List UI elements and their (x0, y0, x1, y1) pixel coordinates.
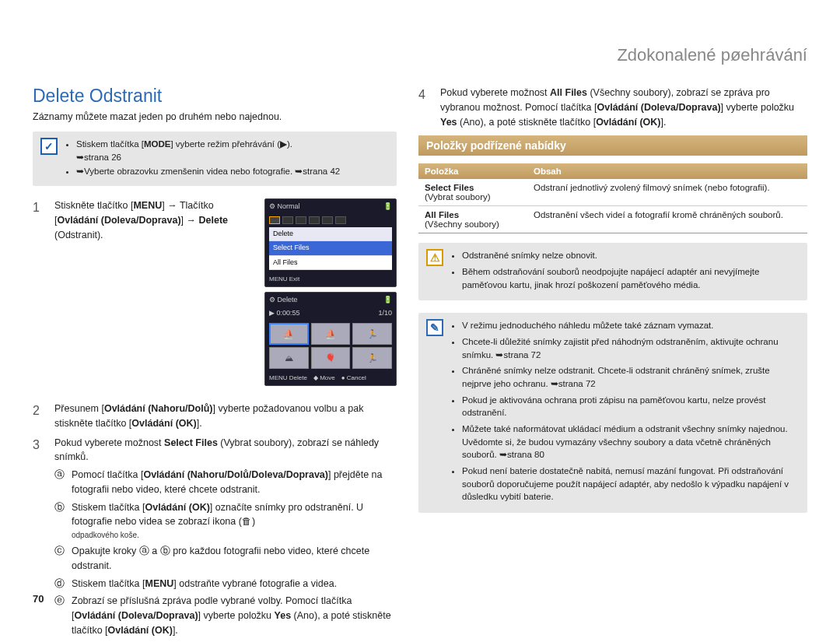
substep-d: ⓓ (54, 577, 67, 591)
check-icon: ✓ (40, 138, 58, 155)
substep-e: ⓔ (54, 594, 67, 637)
step-4: 4 Pokud vyberete možnost All Files (Všec… (418, 86, 807, 129)
intro-text: Záznamy můžete mazat jeden po druhém neb… (33, 111, 397, 122)
step-3: 3 Pokud vyberete možnost Select Files (V… (33, 436, 397, 638)
lcd-screenshot-menu: ⚙ Normal🔋 Delete Select Files All Files … (264, 198, 397, 287)
page-number: 70 (33, 593, 44, 605)
content-columns: Delete Odstranit Záznamy můžete mazat je… (33, 86, 807, 615)
tip-text: Stiskem tlačítka [MODE] vyberte režim př… (65, 138, 340, 180)
right-column: 4 Pokud vyberete možnost All Files (Všec… (418, 86, 807, 615)
step-1: 1 ⚙ Normal🔋 Delete Select Files All File… (33, 198, 397, 397)
substep-a: ⓐ (54, 468, 67, 497)
lcd-screenshot-thumbs: ⚙ Delete🔋 ▶ 0:00:551/10 ⛵⛵🏃 ⛰🎈🏃 MENU Del… (264, 292, 397, 386)
step-number: 1 (33, 198, 47, 397)
info-icon: ✎ (426, 319, 443, 336)
warning-icon: ⚠ (426, 249, 443, 266)
manual-page: Zdokonalené pøehrávání Delete Odstranit … (0, 0, 840, 642)
info-box: ✎ V režimu jednoduchého náhledu můžete t… (418, 313, 807, 513)
submenu-table: Položka Obsah Select Files(Vybrat soubor… (418, 163, 807, 233)
section-title: Delete Odstranit (33, 86, 397, 107)
table-header: Obsah (527, 163, 807, 179)
table-row: All Files(Všechny soubory) Odstranění vš… (418, 206, 807, 233)
table-row: Select Files(Vybrat soubory) Odstraní je… (418, 179, 807, 206)
table-header: Položka (418, 163, 527, 179)
warning-box: ⚠ Odstraněné snímky nelze obnovit. Během… (418, 243, 807, 300)
submenu-heading: Položky podřízené nabídky (418, 135, 807, 156)
step-number: 2 (33, 402, 47, 431)
substep-b: ⓑ (54, 500, 67, 542)
substep-c: ⓒ (54, 544, 67, 574)
breadcrumb: Zdokonalené pøehrávání (617, 45, 807, 65)
step-number: 3 (33, 436, 47, 638)
step-number: 4 (418, 86, 432, 129)
tip-box: ✓ Stiskem tlačítka [MODE] vyberte režim … (33, 132, 397, 186)
left-column: Delete Odstranit Záznamy můžete mazat je… (33, 86, 397, 615)
step-2: 2 Přesunem [Ovládání (Nahoru/Dolů)] vybe… (33, 402, 397, 431)
